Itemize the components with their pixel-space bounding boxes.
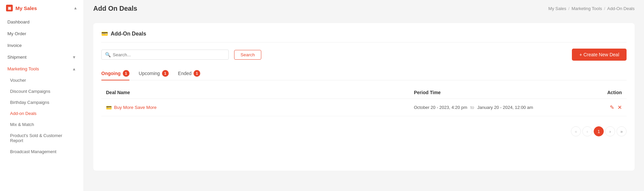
- period-end: January 20 - 2024, 12:00 am: [477, 105, 533, 110]
- col-period-time: Period Time: [414, 90, 582, 95]
- card-header-icon: 💳: [101, 30, 108, 37]
- action-icons: ✎ ✕: [582, 104, 622, 111]
- tab-ended-label: Ended: [178, 71, 192, 76]
- period-start: October 20 - 2023, 4:20 pm: [414, 105, 467, 110]
- breadcrumb-marketing-tools: Marketing Tools: [572, 6, 602, 11]
- search-button[interactable]: Search: [234, 50, 261, 60]
- brand-icon: ▣: [6, 5, 13, 11]
- sidebar-item-products-sold[interactable]: Product's Sold & Customer Report: [0, 130, 84, 146]
- sidebar-item-birthday-campaigns[interactable]: Birthday Campaigns: [0, 97, 84, 108]
- marketing-chevron-icon: ▲: [72, 67, 76, 71]
- sidebar: ▣ My Sales ▲ Dashboard My Order Invoice …: [0, 0, 84, 191]
- tabs: Ongoing 1 Upcoming 1 Ended 1: [101, 67, 627, 80]
- breadcrumb-add-on-deals: Add-On Deals: [607, 6, 635, 11]
- sidebar-marketing-tools[interactable]: Marketing Tools ▲: [0, 63, 84, 75]
- sidebar-item-broadcast[interactable]: Broadcast Management: [0, 146, 84, 157]
- sidebar-item-add-on-deals[interactable]: Add-on Deals: [0, 108, 84, 119]
- tab-ongoing[interactable]: Ongoing 1: [101, 67, 129, 80]
- breadcrumb-sep-1: /: [568, 6, 570, 11]
- search-input[interactable]: [113, 52, 225, 57]
- page-title: Add On Deals: [93, 5, 137, 12]
- pagination: « ‹ 1 › »: [101, 123, 627, 136]
- tab-ongoing-label: Ongoing: [101, 71, 121, 76]
- period-time-cell: October 20 - 2023, 4:20 pm to January 20…: [414, 105, 582, 110]
- search-row: 🔍 Search + Create New Deal: [101, 49, 627, 61]
- pagination-first[interactable]: «: [571, 126, 581, 136]
- sidebar-item-my-order[interactable]: My Order: [0, 28, 84, 40]
- col-action: Action: [582, 90, 622, 95]
- tab-ended[interactable]: Ended 1: [178, 67, 200, 80]
- tab-upcoming-label: Upcoming: [139, 71, 160, 76]
- tab-upcoming[interactable]: Upcoming 1: [139, 67, 169, 80]
- sidebar-item-dashboard[interactable]: Dashboard: [0, 16, 84, 28]
- content-area: 💳 Add-On Deals 🔍 Search + Create New Dea…: [84, 17, 644, 191]
- table-row: 💳 Buy More Save More October 20 - 2023, …: [101, 99, 627, 116]
- col-deal-name: Deal Name: [106, 90, 414, 95]
- shipment-chevron-icon: ▼: [72, 55, 76, 60]
- sidebar-brand[interactable]: ▣ My Sales ▲: [0, 0, 84, 16]
- tab-ended-badge: 1: [194, 70, 200, 77]
- card-header: 💳 Add-On Deals: [101, 30, 627, 43]
- sidebar-item-invoice[interactable]: Invoice: [0, 40, 84, 51]
- tab-upcoming-badge: 1: [162, 70, 169, 77]
- breadcrumb-sep-2: /: [604, 6, 605, 11]
- sidebar-item-voucher[interactable]: Voucher: [0, 75, 84, 86]
- create-new-deal-button[interactable]: + Create New Deal: [572, 49, 627, 61]
- breadcrumb: My Sales / Marketing Tools / Add-On Deal…: [548, 6, 635, 11]
- deal-name-cell[interactable]: 💳 Buy More Save More: [106, 105, 414, 110]
- card-header-title: Add-On Deals: [111, 31, 146, 37]
- topbar: Add On Deals My Sales / Marketing Tools …: [84, 0, 644, 17]
- breadcrumb-my-sales: My Sales: [548, 6, 566, 11]
- pagination-next[interactable]: ›: [605, 126, 615, 136]
- brand-chevron-icon: ▲: [73, 6, 77, 10]
- period-to: to: [471, 105, 474, 110]
- sidebar-item-discount-campaigns[interactable]: Discount Campaigns: [0, 86, 84, 97]
- sidebar-item-shipment[interactable]: Shipment ▼: [0, 51, 84, 63]
- pagination-prev[interactable]: ‹: [582, 126, 592, 136]
- brand-label: My Sales: [15, 5, 37, 11]
- main-content: Add On Deals My Sales / Marketing Tools …: [84, 0, 644, 191]
- tab-ongoing-badge: 1: [123, 70, 129, 77]
- pagination-last[interactable]: »: [616, 126, 627, 136]
- pagination-current[interactable]: 1: [594, 126, 604, 136]
- deal-icon: 💳: [106, 105, 112, 110]
- main-card: 💳 Add-On Deals 🔍 Search + Create New Dea…: [93, 23, 635, 171]
- deal-name-text: Buy More Save More: [114, 105, 157, 110]
- sidebar-item-mix-match[interactable]: Mix & Match: [0, 119, 84, 130]
- delete-icon[interactable]: ✕: [618, 104, 622, 111]
- edit-icon[interactable]: ✎: [610, 104, 614, 111]
- search-box: 🔍: [101, 50, 229, 60]
- search-icon: 🔍: [105, 52, 111, 57]
- table-header: Deal Name Period Time Action: [101, 86, 627, 99]
